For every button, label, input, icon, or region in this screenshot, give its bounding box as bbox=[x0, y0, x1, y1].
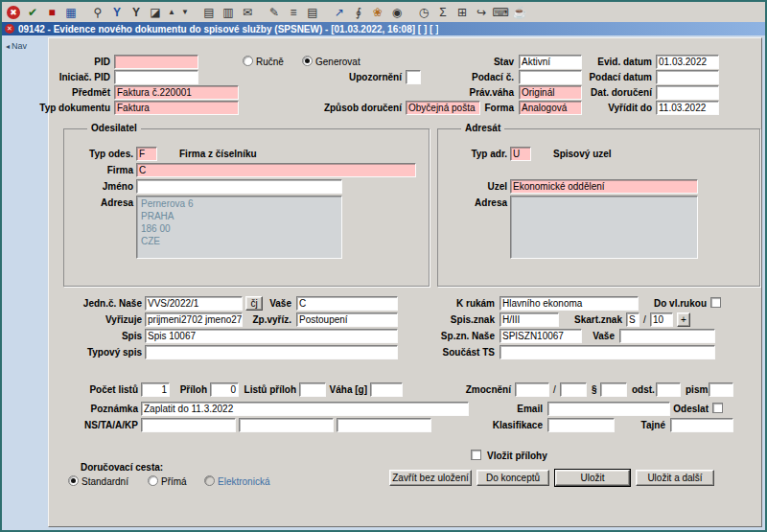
vaha-field[interactable] bbox=[370, 382, 403, 397]
adresa-line: PRAHA bbox=[141, 210, 337, 222]
zmocneni-field[interactable] bbox=[515, 382, 549, 397]
sort-desc-icon[interactable]: ▼ bbox=[179, 4, 191, 20]
rucne-radio[interactable] bbox=[243, 56, 253, 66]
clock-icon[interactable]: ◷ bbox=[415, 4, 432, 20]
prav-vaha-field[interactable]: Originál bbox=[519, 85, 582, 100]
typ-odes-field[interactable]: F bbox=[136, 147, 157, 161]
commit-icon[interactable]: ✔ bbox=[24, 4, 41, 20]
ns-field-3[interactable] bbox=[337, 418, 431, 432]
adresat-groupbox: Adresát Typ adr. U Spisový uzel Uzel Eko… bbox=[437, 128, 760, 287]
klasifikace-field[interactable] bbox=[547, 418, 615, 432]
do-konceptu-button[interactable]: Do konceptů bbox=[476, 470, 549, 486]
keyboard-icon[interactable]: ⌨ bbox=[492, 4, 509, 20]
list-icon[interactable]: ≡ bbox=[285, 4, 302, 20]
view-icon[interactable]: ◉ bbox=[388, 4, 406, 20]
paragraf-field[interactable] bbox=[600, 382, 627, 397]
tajne-field[interactable] bbox=[670, 418, 733, 432]
typ-dokumentu-field[interactable]: Faktura bbox=[114, 101, 239, 115]
odeslat-checkbox[interactable] bbox=[712, 403, 723, 413]
pid-field[interactable] bbox=[114, 55, 198, 69]
exit-icon[interactable]: ↪ bbox=[473, 4, 490, 20]
typovy-spis-field[interactable] bbox=[145, 345, 398, 359]
typ-adr-field[interactable]: U bbox=[510, 147, 531, 161]
save-icon[interactable]: ▦ bbox=[62, 4, 80, 20]
generovat-radio[interactable] bbox=[302, 56, 313, 66]
vlozit-prilohy-checkbox[interactable] bbox=[471, 450, 481, 460]
vyridit-do-field[interactable]: 11.03.2022 bbox=[656, 101, 719, 115]
forma-field[interactable]: Analogová bbox=[519, 101, 582, 115]
spis-field[interactable]: Spis 10067 bbox=[145, 329, 398, 343]
vyrizuje-field[interactable]: prijmeni2702 jmeno2702 bbox=[145, 312, 243, 327]
podaci-c-field[interactable] bbox=[519, 70, 582, 84]
edit-icon[interactable]: ✎ bbox=[266, 4, 283, 20]
help-icon[interactable]: ☕ bbox=[511, 4, 528, 20]
zavrit-bez-ulozeni-button[interactable]: Zavřít bez uložení bbox=[389, 470, 472, 486]
jmeno-field[interactable] bbox=[136, 179, 342, 194]
priloh-field[interactable]: 0 bbox=[210, 382, 239, 397]
stop-icon[interactable]: ■ bbox=[43, 4, 60, 20]
print-icon[interactable]: ▤ bbox=[200, 4, 218, 20]
poznamka-field[interactable]: Zaplatit do 11.3.2022 bbox=[141, 402, 469, 416]
odst-field[interactable] bbox=[656, 382, 681, 397]
vyrizuje-label: Vyřizuje bbox=[105, 314, 142, 326]
calculator-icon[interactable]: ⊞ bbox=[453, 4, 471, 20]
soucast-ts-field[interactable] bbox=[500, 345, 715, 359]
skart-plus-button[interactable]: + bbox=[677, 312, 690, 327]
priloh-label: Příloh bbox=[180, 384, 207, 396]
sort-asc-icon[interactable]: ▲ bbox=[166, 4, 177, 20]
nav-toggle[interactable]: ◂ Nav bbox=[6, 41, 27, 51]
firma-field[interactable]: C bbox=[136, 163, 416, 177]
filter-clear-icon[interactable]: Y bbox=[128, 4, 145, 20]
jednc-field[interactable]: VVS/2022/1 bbox=[145, 296, 243, 311]
pism-field[interactable] bbox=[709, 382, 733, 397]
zmocneni2-field[interactable] bbox=[560, 382, 587, 397]
upozorneni-field[interactable] bbox=[406, 70, 421, 84]
do-vl-rukou-checkbox[interactable] bbox=[710, 297, 721, 308]
ulozit-a-dalsi-button[interactable]: Uložit a další bbox=[636, 470, 714, 486]
vase2-field[interactable] bbox=[619, 329, 715, 343]
spis-znak-field[interactable]: H/III bbox=[500, 312, 559, 327]
mail-icon[interactable]: ✉ bbox=[239, 4, 256, 20]
adresat-adresa-field[interactable] bbox=[510, 196, 698, 259]
email-field[interactable] bbox=[547, 402, 670, 416]
iniciac-pid-field[interactable] bbox=[114, 70, 198, 84]
sp-zn-field[interactable]: SPISZN10067 bbox=[500, 329, 582, 343]
ns-field-1[interactable] bbox=[141, 418, 236, 432]
attachment-icon[interactable]: ∮ bbox=[350, 4, 367, 20]
print-preview-icon[interactable]: ▥ bbox=[220, 4, 237, 20]
vase1-label: Vaše bbox=[269, 298, 291, 310]
cancel-icon[interactable]: ✖ bbox=[7, 6, 20, 19]
search-icon[interactable]: ⚲ bbox=[89, 4, 106, 20]
evid-datum-field[interactable]: 01.03.2022 bbox=[656, 55, 719, 69]
uzel-field[interactable]: Ekonomické oddělení bbox=[510, 179, 698, 194]
filter-icon[interactable]: Y bbox=[108, 4, 126, 20]
zp-vyriz-field[interactable]: Postoupení bbox=[296, 312, 398, 327]
vase1-field[interactable]: C bbox=[296, 296, 398, 311]
listu-priloh-field[interactable] bbox=[299, 382, 326, 397]
detail-list-icon[interactable]: ▤ bbox=[304, 4, 321, 20]
rucne-radio-label: Ručně bbox=[256, 57, 284, 68]
export-icon[interactable]: ↗ bbox=[331, 4, 348, 20]
k-rukam-field[interactable]: Hlavního ekonoma bbox=[500, 296, 639, 311]
zmocneni-slash: / bbox=[553, 384, 556, 396]
globe-icon[interactable]: ❀ bbox=[369, 4, 386, 20]
sum-icon[interactable]: Σ bbox=[434, 4, 452, 20]
predmet-field[interactable]: Faktura č.220001 bbox=[114, 85, 239, 100]
skart-years-field[interactable]: 10 bbox=[650, 312, 673, 327]
standardni-radio[interactable] bbox=[68, 475, 79, 486]
podaci-datum-field[interactable] bbox=[656, 70, 719, 84]
odeslat-label: Odeslat bbox=[673, 404, 709, 415]
cj-button[interactable]: čj bbox=[245, 296, 263, 311]
dat-doruceni-label: Dat. doručení bbox=[591, 87, 652, 99]
stav-field[interactable]: Aktivní bbox=[519, 55, 582, 69]
ulozit-button[interactable]: Uložit bbox=[555, 470, 630, 486]
zpusob-doruceni-field[interactable]: Obyčejná pošta bbox=[406, 101, 480, 115]
ns-field-2[interactable] bbox=[239, 418, 334, 432]
erase-icon[interactable]: ◪ bbox=[147, 4, 164, 20]
dat-doruceni-field[interactable] bbox=[656, 85, 719, 100]
pocet-listu-field[interactable]: 1 bbox=[141, 382, 170, 397]
odesilatel-adresa-field[interactable]: Pernerova 6 PRAHA 186 00 CZE bbox=[136, 196, 342, 259]
skart-znak-field[interactable]: S bbox=[626, 312, 639, 327]
adresa-line: 186 00 bbox=[141, 222, 337, 235]
prima-radio[interactable] bbox=[148, 475, 158, 486]
